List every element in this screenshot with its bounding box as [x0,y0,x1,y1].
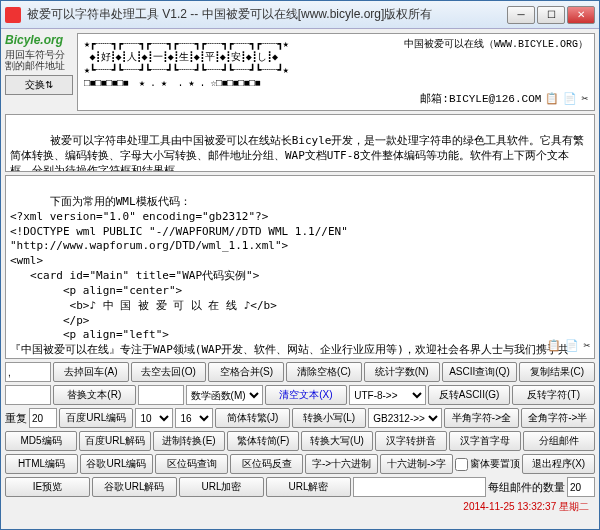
exit-button[interactable]: 退出程序(X) [522,454,595,474]
reverse-ascii-button[interactable]: 反转ASCII(G) [428,385,511,405]
char-to-hex-button[interactable]: 字->十六进制 [305,454,378,474]
remove-cr-button[interactable]: 去掉回车(A) [53,362,129,382]
baidu-url-decode-button[interactable]: 百度URL解码 [79,431,151,451]
zone-reverse-button[interactable]: 区位码反查 [230,454,303,474]
side-label: 用回车符号分割的邮件地址 [5,49,73,71]
md5-button[interactable]: MD5编码 [5,431,77,451]
button-row-2: 替换文本(R) 数学函数(M) 清空文本(X) UTF-8->> 反转ASCII… [5,385,595,405]
gb2312-select[interactable]: GB2312->> [368,408,442,428]
button-row-4: MD5编码 百度URL解码 进制转换(E) 繁体转简(F) 转换大写(U) 汉字… [5,431,595,451]
to-lower-button[interactable]: 转换小写(L) [292,408,366,428]
close-button[interactable]: ✕ [567,6,595,24]
ascii-art: ★┏┄┄┄┓┏┄┄┄┓┏┄┄┄┓┏┄┄┄┓┏┄┄┄┓┏┄┄┄┓┏┄┄┄┓★ [84,38,288,51]
topmost-checkbox[interactable]: 窗体要置顶 [455,457,520,471]
initial-button[interactable]: 汉字首字母 [449,431,521,451]
result-textbox[interactable]: 下面为常用的WML模板代码： <?xml version="1.0" encod… [5,175,595,359]
url-encrypt-button[interactable]: URL加密 [179,477,264,497]
clear-text-button[interactable]: 清空文本(X) [265,385,348,405]
baidu-url-encode-button[interactable]: 百度URL编码 [59,408,133,428]
datetime-label: 2014-11-25 13:32:37 星期二 [5,500,595,514]
logo: Bicyle.org [5,33,73,47]
client-area: Bicyle.org 用回车符号分割的邮件地址 交换⇅ ★┏┄┄┄┓┏┄┄┄┓┏… [1,29,599,529]
button-row-5: HTML编码 谷歌URL编码 区位码查询 区位码反查 字->十六进制 十六进制-… [5,454,595,474]
group-size-input[interactable] [567,477,595,497]
app-window: 被爱可以字符串处理工具 V1.2 -- 中国被爱可以在线[www.bicyle.… [0,0,600,530]
replace-button[interactable]: 替换文本(R) [53,385,136,405]
site-label: 中国被爱可以在线（WWW.BICYLE.ORG） [404,38,588,90]
cut-icon[interactable]: ✂ [581,92,588,106]
group-mail-button[interactable]: 分组邮件 [523,431,595,451]
math-select[interactable]: 数学函数(M) [186,385,263,405]
utf8-select[interactable]: UTF-8->> [349,385,426,405]
button-row-3: 重复 百度URL编码 10 16 简体转繁(J) 转换小写(L) GB2312-… [5,408,595,428]
google-url-decode-button[interactable]: 谷歌URL解码 [92,477,177,497]
paste-icon[interactable]: 📄 [565,339,579,354]
remove-space-cr-button[interactable]: 去空去回(O) [131,362,207,382]
pinyin-button[interactable]: 汉字转拼音 [375,431,447,451]
repeat-input[interactable] [29,408,57,428]
zone-query-button[interactable]: 区位码查询 [155,454,228,474]
mail-input[interactable] [353,477,486,497]
paste-icon[interactable]: 📄 [563,92,577,106]
cut-icon[interactable]: ✂ [583,339,590,354]
ascii-query-button[interactable]: ASCII查询(Q) [442,362,518,382]
maximize-button[interactable]: ☐ [537,6,565,24]
count-chars-button[interactable]: 统计字数(N) [364,362,440,382]
base-convert-button[interactable]: 进制转换(E) [153,431,225,451]
to-upper-button[interactable]: 转换大写(U) [301,431,373,451]
app-icon [5,7,21,23]
find-input[interactable] [5,385,51,405]
window-title: 被爱可以字符串处理工具 V1.2 -- 中国被爱可以在线[www.bicyle.… [27,6,507,23]
button-row-1: 去掉回车(A) 去空去回(O) 空格合并(S) 清除空格(C) 统计字数(N) … [5,362,595,382]
merge-space-button[interactable]: 空格合并(S) [208,362,284,382]
repeat-label: 重复 [5,411,27,426]
hex-to-char-button[interactable]: 十六进制->字 [380,454,453,474]
reverse-chars-button[interactable]: 反转字符(T) [512,385,595,405]
description-textbox[interactable]: 被爱可以字符串处理工具由中国被爱可以在线站长Bicyle开发，是一款处理字符串的… [5,114,595,172]
copy-icon[interactable]: 📋 [547,339,561,354]
left-column: Bicyle.org 用回车符号分割的邮件地址 交换⇅ [5,33,73,111]
input-comma[interactable] [5,362,51,382]
mail-label: 邮箱:BICYLE@126.COM [420,92,541,106]
url-decrypt-button[interactable]: URL解密 [266,477,351,497]
replace-input[interactable] [138,385,184,405]
button-row-6: IE预览 谷歌URL解码 URL加密 URL解密 每组邮件的数量 [5,477,595,497]
half-to-full-button[interactable]: 半角字符->全 [444,408,518,428]
window-buttons: ─ ☐ ✕ [507,6,595,24]
google-url-encode-button[interactable]: 谷歌URL编码 [80,454,153,474]
clear-space-button[interactable]: 清除空格(C) [286,362,362,382]
base-to-select[interactable]: 16 [175,408,213,428]
swap-button[interactable]: 交换⇅ [5,75,73,95]
base-from-select[interactable]: 10 [135,408,173,428]
copy-icon[interactable]: 📋 [545,92,559,106]
top-row: Bicyle.org 用回车符号分割的邮件地址 交换⇅ ★┏┄┄┄┓┏┄┄┄┓┏… [5,33,595,111]
trad-to-simp-button[interactable]: 繁体转简(F) [227,431,299,451]
ie-preview-button[interactable]: IE预览 [5,477,90,497]
simp-to-trad-button[interactable]: 简体转繁(J) [215,408,289,428]
minimize-button[interactable]: ─ [507,6,535,24]
html-encode-button[interactable]: HTML编码 [5,454,78,474]
copy-result-button[interactable]: 复制结果(C) [519,362,595,382]
full-to-half-button[interactable]: 全角字符->半 [521,408,595,428]
group-size-label: 每组邮件的数量 [488,480,565,495]
banner-textbox[interactable]: ★┏┄┄┄┓┏┄┄┄┓┏┄┄┄┓┏┄┄┄┓┏┄┄┄┓┏┄┄┄┓┏┄┄┄┓★ ◆┋… [77,33,595,111]
titlebar: 被爱可以字符串处理工具 V1.2 -- 中国被爱可以在线[www.bicyle.… [1,1,599,29]
